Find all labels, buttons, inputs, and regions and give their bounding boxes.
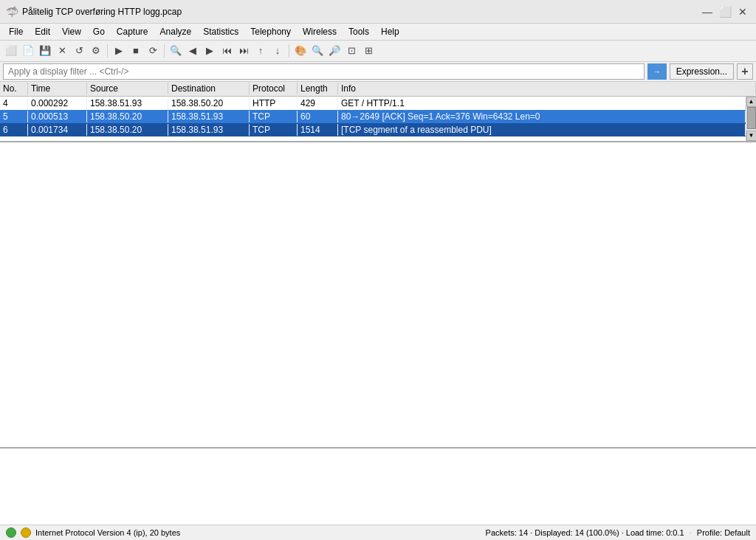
- menu-capture[interactable]: Capture: [111, 25, 154, 38]
- expression-button[interactable]: Expression...: [670, 63, 734, 80]
- col-header-src: Source: [87, 83, 168, 94]
- menu-analyze[interactable]: Analyze: [154, 25, 198, 38]
- open-button[interactable]: 📄: [20, 43, 36, 59]
- stop-capture-button[interactable]: ■: [128, 43, 144, 59]
- close-file-button[interactable]: ✕: [54, 43, 70, 59]
- resize-columns-button[interactable]: ⊞: [360, 43, 377, 59]
- col-header-time: Time: [28, 83, 87, 94]
- menu-file[interactable]: File: [3, 25, 29, 38]
- status-right-text: Packets: 14 · Displayed: 14 (100.0%) · L…: [486, 528, 750, 537]
- menu-wireless[interactable]: Wireless: [297, 25, 343, 38]
- packet-scroll-area: 4 0.000292 158.38.51.93 158.38.50.20 HTT…: [0, 97, 756, 141]
- menu-view[interactable]: View: [56, 25, 87, 38]
- menu-help[interactable]: Help: [375, 25, 405, 38]
- packet-list: No. Time Source Destination Protocol Len…: [0, 82, 756, 142]
- zoom-out-button[interactable]: 🔎: [326, 43, 343, 59]
- window-title: Pålitelig TCP overføring HTTP logg.pcap: [22, 7, 700, 17]
- toolbar: ⬜ 📄 💾 ✕ ↺ ⚙ ▶ ■ ⟳ 🔍 ◀ ▶ ⏮ ⏭ ↑ ↓ 🎨 🔍 🔎 ⊡ …: [0, 41, 756, 62]
- menu-bar: File Edit View Go Capture Analyze Statis…: [0, 24, 756, 41]
- go-next-button[interactable]: ↓: [269, 43, 286, 59]
- menu-statistics[interactable]: Statistics: [197, 25, 244, 38]
- packet-scrollbar[interactable]: ▲ ▼: [746, 97, 756, 141]
- status-led-yellow: [21, 527, 31, 538]
- window-controls: — ⬜ ✕: [700, 4, 750, 19]
- title-bar: 🦈 Pålitelig TCP overføring HTTP logg.pca…: [0, 0, 756, 24]
- col-header-info: Info: [338, 83, 756, 94]
- reload-button[interactable]: ↺: [71, 43, 87, 59]
- status-left-text: Internet Protocol Version 4 (ip), 20 byt…: [35, 528, 180, 537]
- scroll-down-button[interactable]: ▼: [746, 131, 757, 141]
- status-bar: Internet Protocol Version 4 (ip), 20 byt…: [0, 525, 756, 540]
- scroll-thumb[interactable]: [747, 107, 756, 129]
- packet-detail[interactable]: [0, 142, 756, 449]
- close-button[interactable]: ✕: [735, 4, 750, 19]
- col-header-len: Length: [298, 83, 338, 94]
- go-prev-button[interactable]: ↑: [252, 43, 269, 59]
- col-header-dst: Destination: [168, 83, 250, 94]
- status-led-green: [6, 527, 16, 538]
- packet-row-2[interactable]: 6 0.001734 158.38.50.20 158.38.51.93 TCP…: [0, 123, 746, 136]
- find-button[interactable]: 🔍: [168, 43, 184, 59]
- col-header-no: No.: [0, 83, 28, 94]
- maximize-button[interactable]: ⬜: [718, 4, 732, 19]
- go-last-button[interactable]: ⏭: [236, 43, 252, 59]
- scroll-up-button[interactable]: ▲: [746, 97, 757, 107]
- filter-input[interactable]: [3, 63, 645, 80]
- zoom-in-button[interactable]: 🔍: [309, 43, 326, 59]
- packet-list-header: No. Time Source Destination Protocol Len…: [0, 82, 756, 97]
- add-filter-button[interactable]: +: [737, 63, 753, 80]
- filter-bar: → Expression... +: [0, 62, 756, 82]
- options-button[interactable]: ⚙: [88, 43, 104, 59]
- go-forward-button[interactable]: ▶: [202, 43, 218, 59]
- go-back-button[interactable]: ◀: [185, 43, 201, 59]
- app-icon: 🦈: [6, 6, 18, 18]
- menu-edit[interactable]: Edit: [29, 25, 56, 38]
- menu-go[interactable]: Go: [87, 25, 111, 38]
- scroll-track[interactable]: [746, 107, 757, 131]
- zoom-normal-button[interactable]: ⊡: [343, 43, 360, 59]
- colorize-button[interactable]: 🎨: [292, 43, 309, 59]
- toolbar-sep-2: [164, 44, 165, 58]
- menu-telephony[interactable]: Telephony: [244, 25, 297, 38]
- menu-tools[interactable]: Tools: [343, 25, 375, 38]
- packet-rows: 4 0.000292 158.38.51.93 158.38.50.20 HTT…: [0, 97, 746, 141]
- new-capture-button[interactable]: ⬜: [3, 43, 19, 59]
- packet-row-0[interactable]: 4 0.000292 158.38.51.93 158.38.50.20 HTT…: [0, 97, 746, 110]
- restart-button[interactable]: ⟳: [145, 43, 161, 59]
- toolbar-sep-3: [289, 44, 289, 58]
- packet-row-1[interactable]: 5 0.000513 158.38.50.20 158.38.51.93 TCP…: [0, 110, 746, 123]
- filter-apply-button[interactable]: →: [647, 63, 667, 80]
- save-button[interactable]: 💾: [37, 43, 53, 59]
- minimize-button[interactable]: —: [700, 4, 715, 19]
- toolbar-sep-1: [107, 44, 108, 58]
- col-header-proto: Protocol: [250, 83, 298, 94]
- go-first-button[interactable]: ⏮: [219, 43, 235, 59]
- hex-dump: [0, 449, 756, 525]
- start-capture-button[interactable]: ▶: [111, 43, 127, 59]
